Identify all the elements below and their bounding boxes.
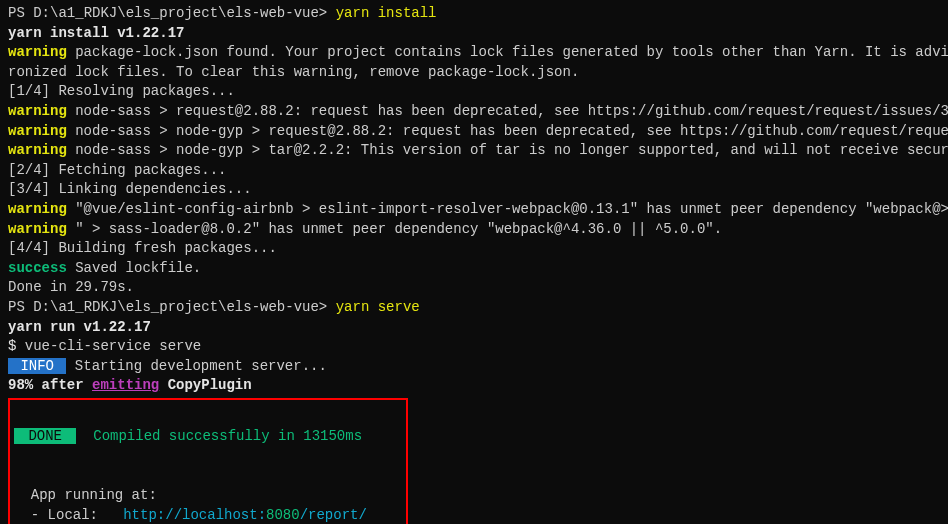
warning-line-1: warning package-lock.json found. Your pr… [8,43,940,63]
warning-label: warning [8,221,67,237]
prompt-line-1[interactable]: PS D:\a1_RDKJ\els_project\els-web-vue> y… [8,4,940,24]
vue-cli-line: $ vue-cli-service serve [8,337,940,357]
warning-line-4: warning node-sass > node-gyp > tar@2.2.2… [8,141,940,161]
warning-line-1b: ronized lock files. To clear this warnin… [8,63,940,83]
progress-plugin: CopyPlugin [159,377,251,393]
local-url-port[interactable]: 8080 [266,507,300,523]
ps-prefix: PS [8,5,33,21]
warning-text: node-sass > node-gyp > tar@2.2.2: This v… [67,142,948,158]
warning-line-2: warning node-sass > request@2.88.2: requ… [8,102,940,122]
warning-line-6: warning " > sass-loader@8.0.2" has unmet… [8,220,940,240]
progress-emit: emitting [92,377,159,393]
success-text: Saved lockfile. [67,260,201,276]
done-line: DONE Compiled successfully in 13150ms [14,427,398,447]
step-4: [4/4] Building fresh packages... [8,239,940,259]
step-2: [2/4] Fetching packages... [8,161,940,181]
warning-text: node-sass > request@2.88.2: request has … [67,103,948,119]
warning-label: warning [8,44,67,60]
vue-cli-text: vue-cli-service serve [25,338,201,354]
blank-line [14,467,398,487]
info-badge: INFO [8,358,66,374]
blank-line [14,447,398,467]
local-url-path[interactable]: /report/ [300,507,367,523]
warning-text: "@vue/eslint-config-airbnb > eslint-impo… [67,201,948,217]
blank-line [14,408,398,428]
warning-label: warning [8,103,67,119]
warning-line-5: warning "@vue/eslint-config-airbnb > esl… [8,200,940,220]
warning-line-3: warning node-sass > node-gyp > request@2… [8,122,940,142]
warning-label: warning [8,201,67,217]
warning-text: node-sass > node-gyp > request@2.88.2: r… [67,123,948,139]
path: D:\a1_RDKJ\els_project\els-web-vue> [33,5,335,21]
done-badge: DONE [14,428,76,444]
compiled-text: Compiled successfully in 13150ms [76,428,362,444]
yarn-run-version: yarn run v1.22.17 [8,318,940,338]
progress-pct: 98% [8,377,42,393]
local-url-line: - Local: http://localhost:8080/report/ [14,506,398,524]
success-line: success Saved lockfile. [8,259,940,279]
local-prefix: - Local: [14,507,123,523]
warning-text: package-lock.json found. Your project co… [67,44,948,60]
ps-prefix: PS [8,299,33,315]
progress-after: after [42,377,92,393]
prompt-line-2[interactable]: PS D:\a1_RDKJ\els_project\els-web-vue> y… [8,298,940,318]
progress-line: 98% after emitting CopyPlugin [8,376,940,396]
info-line: INFO Starting development server... [8,357,940,377]
local-url-host[interactable]: http://localhost: [123,507,266,523]
warning-label: warning [8,123,67,139]
path: D:\a1_RDKJ\els_project\els-web-vue> [33,299,335,315]
step-3: [3/4] Linking dependencies... [8,180,940,200]
step-1: [1/4] Resolving packages... [8,82,940,102]
success-label: success [8,260,67,276]
done-time: Done in 29.79s. [8,278,940,298]
warning-label: warning [8,142,67,158]
info-text: Starting development server... [66,358,326,374]
command: yarn serve [336,299,420,315]
output-box: DONE Compiled successfully in 13150ms Ap… [8,398,408,524]
dollar-sign: $ [8,338,25,354]
command: yarn install [336,5,437,21]
app-running-label: App running at: [14,486,398,506]
yarn-install-version: yarn install v1.22.17 [8,24,940,44]
warning-text: " > sass-loader@8.0.2" has unmet peer de… [67,221,722,237]
